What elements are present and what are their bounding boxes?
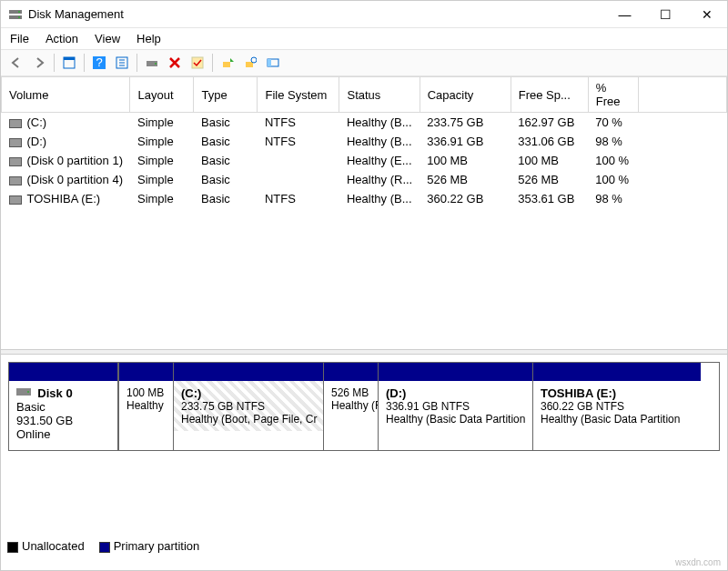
menu-action[interactable]: Action [46,32,78,45]
svg-point-17 [251,57,257,63]
maximize-button[interactable]: ☐ [645,1,686,28]
col-layout[interactable]: Layout [130,77,194,113]
table-row[interactable]: TOSHIBA (E:)SimpleBasicNTFSHealthy (B...… [2,189,727,208]
toolbar-separator [212,54,213,72]
legend-primary-swatch [99,542,110,553]
show-hide-tree-button[interactable] [59,53,79,73]
minimize-button[interactable]: — [604,1,645,28]
toolbar: ? [1,49,727,76]
volume-table[interactable]: Volume Layout Type File System Status Ca… [1,76,727,208]
forward-button[interactable] [29,53,49,73]
legend: Unallocated Primary partition [7,539,199,553]
col-type[interactable]: Type [194,77,258,113]
disk-status: Online [16,427,51,441]
volume-icon [9,138,22,147]
action3-button[interactable] [263,53,283,73]
svg-rect-5 [64,57,75,60]
check-button[interactable] [187,53,207,73]
legend-unallocated: Unallocated [22,539,85,553]
toolbar-separator [84,54,85,72]
svg-rect-14 [192,57,203,68]
disk-name: Disk 0 [37,386,72,400]
titlebar: Disk Management — ☐ ✕ [1,1,727,28]
col-pctfree[interactable]: % Free [588,77,638,113]
table-row[interactable]: (Disk 0 partition 1)SimpleBasicHealthy (… [2,151,727,170]
svg-rect-16 [246,62,253,67]
svg-point-2 [18,11,20,13]
svg-rect-19 [268,59,271,66]
back-button[interactable] [6,53,26,73]
disk-type: Basic [16,400,46,414]
disk-row[interactable]: Disk 0 Basic 931.50 GB Online 100 MBHeal… [8,362,720,451]
app-icon [8,7,23,22]
partition[interactable]: TOSHIBA (E:)360.22 GB NTFSHealthy (Basic… [532,363,701,450]
col-filesystem[interactable]: File System [258,77,339,113]
volume-icon [9,157,22,166]
col-empty[interactable] [638,77,726,113]
help-button[interactable]: ? [89,53,109,73]
disk-icon [16,386,31,397]
svg-point-3 [18,16,20,18]
menubar: File Action View Help [1,28,727,49]
delete-button[interactable] [165,53,185,73]
partition[interactable]: 526 MBHealthy (Rec [323,363,378,450]
disk-header[interactable]: Disk 0 Basic 931.50 GB Online [9,363,118,450]
menu-help[interactable]: Help [136,32,161,45]
volume-list-panel: Volume Layout Type File System Status Ca… [1,76,727,349]
svg-rect-15 [223,62,230,67]
col-status[interactable]: Status [339,77,420,113]
legend-unallocated-swatch [7,542,18,553]
svg-text:?: ? [96,56,102,69]
watermark: wsxdn.com [675,557,721,567]
toolbar-separator [54,54,55,72]
window-title: Disk Management [28,7,604,21]
menu-file[interactable]: File [10,32,29,45]
partition[interactable]: (C:)233.75 GB NTFSHealthy (Boot, Page Fi… [173,363,323,450]
svg-point-21 [27,391,29,393]
menu-view[interactable]: View [95,32,120,45]
action1-button[interactable] [217,53,238,73]
table-row[interactable]: (Disk 0 partition 4)SimpleBasicHealthy (… [2,170,727,189]
table-row[interactable]: (C:)SimpleBasicNTFSHealthy (B...233.75 G… [2,113,727,133]
graphical-view: Disk 0 Basic 931.50 GB Online 100 MBHeal… [1,355,727,464]
col-volume[interactable]: Volume [2,77,130,113]
action2-button[interactable] [240,53,260,73]
properties-button[interactable] [112,53,132,73]
volume-icon [9,176,22,185]
refresh-button[interactable] [142,53,162,73]
partition[interactable]: 100 MBHealthy [118,363,173,450]
volume-icon [9,195,22,205]
legend-primary: Primary partition [114,539,200,553]
col-freespace[interactable]: Free Sp... [511,77,588,113]
partition[interactable]: (D:)336.91 GB NTFSHealthy (Basic Data Pa… [378,363,532,450]
volume-icon [9,119,22,128]
svg-point-13 [155,63,157,65]
disk-size: 931.50 GB [16,414,73,427]
toolbar-separator [136,54,137,72]
table-row[interactable]: (D:)SimpleBasicNTFSHealthy (B...336.91 G… [2,132,727,151]
col-capacity[interactable]: Capacity [420,77,511,113]
close-button[interactable]: ✕ [686,1,727,28]
